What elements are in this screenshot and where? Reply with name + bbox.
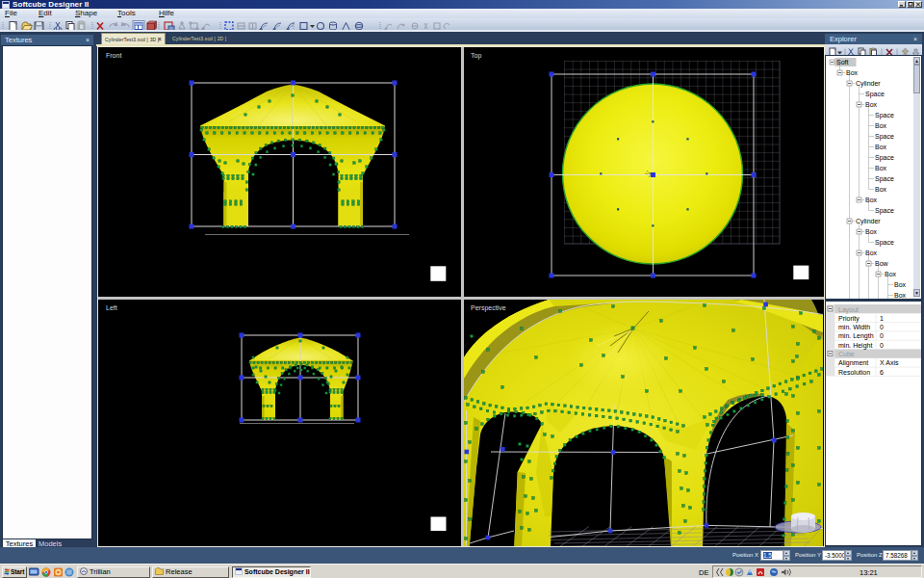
svg-text:Box: Box <box>875 122 887 129</box>
svg-text:Space: Space <box>875 154 894 162</box>
svg-text:6: 6 <box>880 369 884 376</box>
svg-text:Box: Box <box>865 101 878 108</box>
svg-text:X Axis: X Axis <box>880 359 899 366</box>
svg-text:Box: Box <box>875 165 887 171</box>
svg-text:Cylinder: Cylinder <box>856 218 881 225</box>
svg-text:Box: Box <box>865 228 878 235</box>
svg-text:Resolution: Resolution <box>838 369 870 376</box>
svg-text:Box: Box <box>865 197 878 203</box>
svg-text:1: 1 <box>880 315 884 322</box>
svg-text:Box: Box <box>894 281 907 288</box>
svg-text:min. Height: min. Height <box>838 342 872 350</box>
svg-text:Space: Space <box>875 112 894 119</box>
svg-text:Box: Box <box>885 271 897 277</box>
svg-text:Cylinder: Cylinder <box>856 80 881 88</box>
svg-text:0: 0 <box>880 332 884 339</box>
svg-text:Cube: Cube <box>838 351 855 357</box>
svg-text:0: 0 <box>880 324 884 330</box>
svg-text:Box: Box <box>865 250 878 256</box>
svg-text:Box: Box <box>875 144 887 150</box>
svg-text:Left: Left <box>106 304 117 311</box>
svg-text:Space: Space <box>875 175 894 183</box>
svg-text:Space: Space <box>875 239 894 247</box>
svg-text:Soft: Soft <box>836 59 849 66</box>
svg-text:0: 0 <box>880 342 884 349</box>
svg-text:Alignment: Alignment <box>838 359 868 367</box>
svg-text:min. Width: min. Width <box>838 324 870 330</box>
svg-text:Space: Space <box>875 133 894 141</box>
svg-text:Top: Top <box>471 52 481 60</box>
svg-text:min. Length: min. Length <box>838 332 874 340</box>
svg-text:Box: Box <box>894 292 907 299</box>
svg-text:Bow: Bow <box>875 260 889 267</box>
svg-text:Box: Box <box>846 69 859 76</box>
svg-text:Front: Front <box>106 52 121 59</box>
svg-text:Layout: Layout <box>838 306 859 314</box>
svg-text:Perspective: Perspective <box>471 304 506 312</box>
svg-text:Priority: Priority <box>838 315 860 323</box>
svg-text:Space: Space <box>875 207 894 215</box>
svg-text:Box: Box <box>875 186 887 193</box>
svg-text:Space: Space <box>865 91 885 98</box>
